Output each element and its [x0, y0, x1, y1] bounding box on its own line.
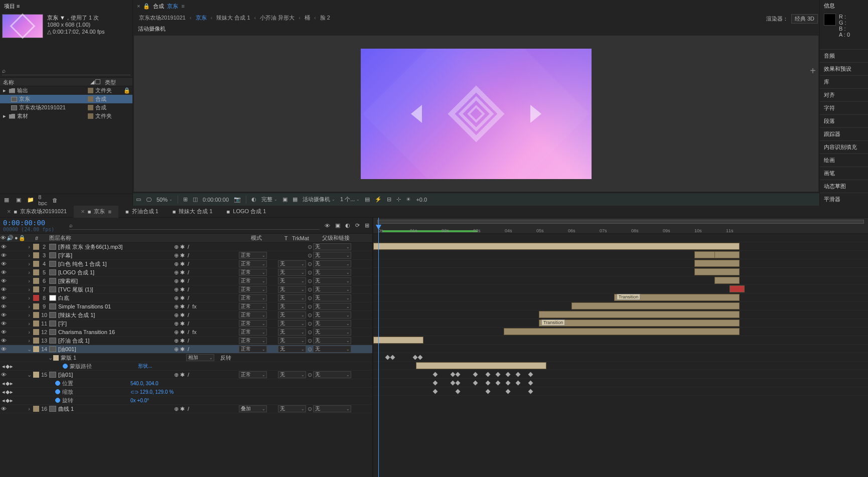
track[interactable] [373, 234, 868, 242]
keyframe[interactable] [473, 372, 478, 377]
expand-icon[interactable]: › [26, 303, 32, 309]
pickwhip-icon[interactable]: ⊙ [306, 346, 313, 353]
timeline-search[interactable]: ⌕ [69, 222, 320, 230]
breadcrumb-item[interactable]: 桶 [305, 14, 310, 22]
mask-mode-dropdown[interactable]: 相加⌄ [186, 354, 214, 361]
views-dropdown[interactable]: 1 个... ⌄ [340, 196, 360, 203]
trkmat-dropdown[interactable]: 无⌄ [278, 311, 306, 319]
layer-row[interactable]: 👁›5[LOGO 合成 1]⊕✱/正常⌄无⌄⊙无⌄ [0, 268, 372, 277]
project-item[interactable]: 京东农场20191021 合成 [0, 103, 132, 112]
property-value[interactable]: 形状... [138, 363, 152, 370]
trkmat-dropdown[interactable]: 无⌄ [278, 286, 306, 293]
layer-clip[interactable] [539, 311, 740, 318]
keyframe[interactable] [486, 389, 491, 394]
label-color[interactable] [33, 286, 39, 292]
mode-dropdown[interactable]: 正常⌄ [239, 311, 267, 319]
resolution-dropdown[interactable]: 完整 ⌄ [261, 196, 277, 203]
eye-icon[interactable]: 👁 [1, 312, 6, 318]
project-item[interactable]: 京东 合成 [0, 95, 132, 103]
mask-path-row[interactable]: ◂◆▸蒙版路径形状... [0, 362, 372, 371]
pickwhip-icon[interactable]: ⊙ [306, 321, 313, 327]
track[interactable] [373, 362, 868, 370]
label-color[interactable] [33, 303, 39, 309]
exposure-icon[interactable]: ☀ [406, 196, 411, 203]
trkmat-dropdown[interactable]: 无⌄ [278, 329, 306, 336]
keyframe[interactable] [528, 389, 533, 394]
mode-dropdown[interactable]: 正常⌄ [239, 346, 267, 353]
panel-content-aware[interactable]: 内容识别填充 [820, 140, 868, 153]
keyframe[interactable] [516, 372, 521, 377]
column-parent[interactable]: 父级和链接 [320, 234, 370, 242]
trash-icon[interactable]: 🗑 [51, 197, 58, 204]
expand-icon[interactable]: › [26, 261, 32, 267]
keyframe[interactable] [418, 355, 423, 360]
eye-icon[interactable]: 👁 [1, 406, 6, 412]
composition-viewer[interactable] [134, 36, 818, 192]
track[interactable]: Transition [373, 293, 868, 302]
expand-icon[interactable]: › [26, 295, 32, 301]
label-color[interactable] [33, 346, 39, 352]
keyframe[interactable] [456, 381, 461, 386]
current-time[interactable]: 0:00:00:00 [203, 197, 229, 203]
eye-icon[interactable]: 👁 [1, 321, 6, 327]
trkmat-dropdown[interactable]: 无⌄ [278, 405, 306, 412]
parent-dropdown[interactable]: 无⌄ [313, 405, 351, 412]
pickwhip-icon[interactable]: ⊙ [306, 372, 313, 378]
breadcrumb-item[interactable]: 小芥油 异形大 [260, 14, 295, 22]
pixel-aspect-icon[interactable]: ▤ [365, 196, 370, 203]
keyframe[interactable] [486, 372, 491, 377]
pickwhip-icon[interactable]: ⊙ [306, 303, 313, 310]
zoom-dropdown[interactable]: 50% ⌄ [157, 197, 173, 203]
panel-paragraph[interactable]: 段落 [820, 114, 868, 127]
monitor-icon[interactable]: 🖵 [146, 197, 152, 203]
channel-icon[interactable]: ◐ [251, 196, 256, 203]
timeline-tab[interactable]: ×■京东≡ [74, 206, 118, 218]
layer-clip[interactable] [571, 302, 740, 309]
track[interactable] [373, 259, 868, 268]
graph-editor-icon[interactable]: ⊞ [365, 222, 369, 229]
expand-icon[interactable]: › [26, 278, 32, 284]
label-color[interactable] [33, 312, 39, 318]
breadcrumb-item[interactable]: 京东农场20191021 [139, 14, 186, 22]
project-item[interactable]: ▸素材 文件夹 [0, 112, 132, 120]
track[interactable]: Transition [373, 319, 868, 328]
layer-row[interactable]: 👁›9Simple Transitions 01⊕✱/fx正常⌄无⌄⊙无⌄ [0, 302, 372, 311]
panel-paint[interactable]: 绘画 [820, 153, 868, 167]
label-color[interactable] [33, 372, 39, 378]
playhead[interactable] [378, 218, 379, 477]
layer-name[interactable]: [油001] [57, 346, 174, 353]
layer-clip[interactable] [694, 268, 740, 275]
layer-row[interactable]: 👁›6[搜索框]⊕✱/正常⌄无⌄⊙无⌄ [0, 277, 372, 285]
layer-name[interactable]: [白色 纯色 1 合成 1] [57, 260, 174, 268]
parent-dropdown[interactable]: 无⌄ [313, 294, 351, 301]
exposure-value[interactable]: +0.0 [416, 197, 427, 203]
parent-dropdown[interactable]: 无⌄ [313, 346, 351, 353]
mode-dropdown[interactable]: 正常⌄ [239, 252, 267, 259]
layer-name[interactable]: [LOGO 合成 1] [57, 269, 174, 276]
add-panel-icon[interactable]: + [808, 65, 818, 77]
label-color[interactable] [33, 406, 39, 412]
parent-dropdown[interactable]: 无⌄ [313, 371, 351, 378]
pickwhip-icon[interactable]: ⊙ [306, 269, 313, 276]
breadcrumb-item[interactable]: 辣妹大 合成 1 [216, 14, 250, 22]
column-layer-name[interactable]: 图层名称 [47, 234, 184, 242]
parent-dropdown[interactable]: 无⌄ [313, 277, 351, 284]
keyframe[interactable] [528, 372, 533, 377]
breadcrumb-item[interactable]: 京东 [196, 14, 207, 22]
keyframe[interactable] [506, 381, 511, 386]
track[interactable] [373, 302, 868, 310]
camera-dropdown[interactable]: 活动摄像机 ⌄ [303, 196, 335, 203]
roi-icon[interactable]: ▣ [282, 196, 287, 203]
layer-marker[interactable]: Transition [617, 294, 640, 300]
panel-tracker[interactable]: 跟踪器 [820, 127, 868, 140]
expand-icon[interactable]: › [26, 269, 32, 275]
layer-clip[interactable] [373, 243, 740, 250]
mode-dropdown[interactable]: 正常⌄ [239, 303, 267, 310]
mode-dropdown[interactable]: 叠加⌄ [239, 405, 267, 412]
mask-icon[interactable]: ◫ [193, 196, 198, 203]
expand-icon[interactable]: › [26, 252, 32, 258]
parent-dropdown[interactable]: 无⌄ [313, 243, 351, 250]
keyframe[interactable] [433, 372, 438, 377]
panel-brushes[interactable]: 画笔 [820, 167, 868, 180]
layer-row[interactable]: 👁›7[TVC 尾版 (1)]⊕✱/正常⌄无⌄⊙无⌄ [0, 285, 372, 294]
